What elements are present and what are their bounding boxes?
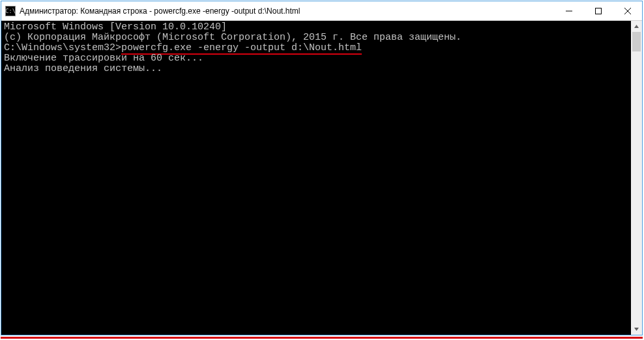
minimize-button[interactable] xyxy=(554,1,583,20)
titlebar[interactable]: C:\ Администратор: Командная строка - po… xyxy=(1,1,642,21)
terminal-line: (c) Корпорация Майкрософт (Microsoft Cor… xyxy=(4,33,628,43)
terminal-line: Включение трассировки на 60 сек... xyxy=(4,53,628,64)
scroll-up-button[interactable] xyxy=(631,21,642,32)
vertical-scrollbar[interactable] xyxy=(631,21,642,335)
annotation-underline xyxy=(1,337,643,339)
client-area: Microsoft Windows [Version 10.0.10240](c… xyxy=(1,21,642,335)
scrollbar-track[interactable] xyxy=(631,32,642,324)
prompt-text: C:\Windows\system32> xyxy=(4,42,121,53)
command-prompt-window: C:\ Администратор: Командная строка - po… xyxy=(1,1,643,335)
close-button[interactable] xyxy=(613,1,642,20)
scroll-down-button[interactable] xyxy=(631,324,642,335)
maximize-button[interactable] xyxy=(583,1,613,20)
terminal-prompt-line: C:\Windows\system32>powercfg.exe -energy… xyxy=(4,43,628,53)
cmd-icon: C:\ xyxy=(5,6,16,16)
svg-rect-1 xyxy=(595,8,601,14)
scrollbar-thumb[interactable] xyxy=(632,32,641,51)
svg-marker-5 xyxy=(634,328,639,331)
svg-marker-4 xyxy=(634,25,639,28)
window-title: Администратор: Командная строка - powerc… xyxy=(20,7,554,16)
terminal-line: Анализ поведения системы... xyxy=(4,64,628,74)
terminal-line: Microsoft Windows [Version 10.0.10240] xyxy=(4,22,628,33)
terminal-output[interactable]: Microsoft Windows [Version 10.0.10240](c… xyxy=(1,21,631,335)
window-controls xyxy=(554,1,642,20)
